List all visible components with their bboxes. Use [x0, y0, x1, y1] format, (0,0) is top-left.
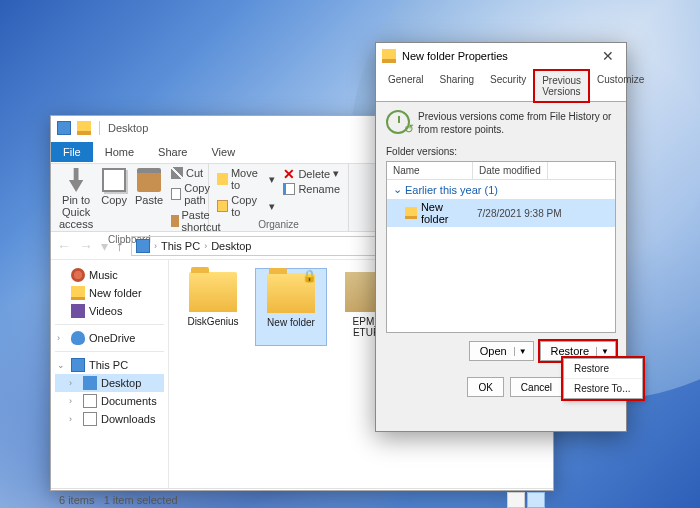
tab-sharing[interactable]: Sharing	[432, 69, 482, 101]
info-text: Previous versions come from File History…	[418, 110, 616, 136]
group-label-organize: Organize	[215, 219, 342, 230]
history-icon	[386, 110, 410, 134]
tree-videos[interactable]: Videos	[55, 302, 164, 320]
folder-lock-icon	[267, 273, 315, 313]
file-newfolder[interactable]: New folder	[255, 268, 327, 346]
status-bar: 6 items 1 item selected	[51, 488, 553, 508]
app-icon	[57, 121, 71, 135]
folder-icon	[71, 286, 85, 300]
selected-count: 1 item selected	[104, 494, 178, 506]
tree-newfolder[interactable]: New folder	[55, 284, 164, 302]
dialog-titlebar[interactable]: New folder Properties ✕	[376, 43, 626, 69]
tree-music[interactable]: Music	[55, 266, 164, 284]
nav-recent[interactable]: ▾	[101, 238, 108, 254]
chevron-down-icon[interactable]: ▼	[514, 347, 531, 356]
pc-icon	[71, 358, 85, 372]
col-name[interactable]: Name	[387, 162, 473, 179]
tab-general[interactable]: General	[380, 69, 432, 101]
ok-button[interactable]: OK	[467, 377, 503, 397]
chevron-down-icon[interactable]: ▼	[596, 347, 613, 356]
tab-previous-versions[interactable]: Previous Versions	[534, 70, 589, 102]
list-group[interactable]: ⌄Earlier this year (1)	[387, 180, 615, 199]
pc-icon	[136, 239, 150, 253]
dialog-title: New folder Properties	[402, 50, 508, 62]
copy-button[interactable]: Copy	[99, 166, 129, 208]
cloud-icon	[71, 331, 85, 345]
nav-tree: Music New folder Videos ›OneDrive ⌄This …	[51, 260, 169, 488]
close-button[interactable]: ✕	[596, 48, 620, 64]
view-icons-button[interactable]	[527, 492, 545, 508]
moveto-icon	[217, 173, 228, 185]
tab-security[interactable]: Security	[482, 69, 534, 101]
col-date[interactable]: Date modified	[473, 162, 548, 179]
downloads-icon	[83, 412, 97, 426]
tree-downloads[interactable]: ›Downloads	[55, 410, 164, 428]
nav-back[interactable]: ←	[57, 238, 71, 254]
moveto-button[interactable]: Move to ▾	[215, 166, 277, 192]
video-icon	[71, 304, 85, 318]
menu-restore[interactable]: Restore	[564, 359, 642, 378]
rename-icon	[283, 183, 295, 195]
tab-file[interactable]: File	[51, 142, 93, 162]
tree-documents[interactable]: ›Documents	[55, 392, 164, 410]
versions-list[interactable]: Name Date modified ⌄Earlier this year (1…	[386, 161, 616, 333]
documents-icon	[83, 394, 97, 408]
open-button[interactable]: Open▼	[469, 341, 534, 361]
tree-onedrive[interactable]: ›OneDrive	[55, 329, 164, 347]
tree-desktop[interactable]: ›Desktop	[55, 374, 164, 392]
copyto-icon	[217, 200, 228, 212]
item-count: 6 items	[59, 494, 94, 506]
cancel-button[interactable]: Cancel	[510, 377, 563, 397]
music-icon	[71, 268, 85, 282]
folder-icon	[189, 272, 237, 312]
version-row[interactable]: New folder 7/28/2021 9:38 PM	[387, 199, 615, 227]
folder-icon	[77, 121, 91, 135]
delete-icon: ✕	[283, 168, 295, 180]
folder-icon	[382, 49, 396, 63]
tabs: General Sharing Security Previous Versio…	[376, 69, 626, 101]
pasteshortcut-icon	[171, 215, 178, 227]
tab-view[interactable]: View	[199, 142, 247, 162]
tab-home[interactable]: Home	[93, 142, 146, 162]
cut-icon	[171, 167, 183, 179]
restore-menu: Restore Restore To...	[563, 358, 643, 399]
folder-icon	[405, 207, 417, 219]
file-diskgenius[interactable]: DiskGenius	[177, 268, 249, 346]
list-label: Folder versions:	[386, 146, 616, 157]
window-title: Desktop	[108, 122, 148, 134]
tab-customize[interactable]: Customize	[589, 69, 652, 101]
desktop-icon	[83, 376, 97, 390]
tab-share[interactable]: Share	[146, 142, 199, 162]
tree-thispc[interactable]: ⌄This PC	[55, 356, 164, 374]
paste-button[interactable]: Paste	[133, 166, 165, 208]
menu-restore-to[interactable]: Restore To...	[564, 378, 642, 398]
nav-up[interactable]: ↑	[116, 238, 123, 254]
copyto-button[interactable]: Copy to ▾	[215, 193, 277, 219]
rename-button[interactable]: Rename	[281, 182, 342, 196]
pin-button[interactable]: Pin to Quick access	[57, 166, 95, 232]
copypath-icon	[171, 188, 181, 200]
view-details-button[interactable]	[507, 492, 525, 508]
delete-button[interactable]: ✕Delete ▾	[281, 166, 342, 181]
nav-forward[interactable]: →	[79, 238, 93, 254]
